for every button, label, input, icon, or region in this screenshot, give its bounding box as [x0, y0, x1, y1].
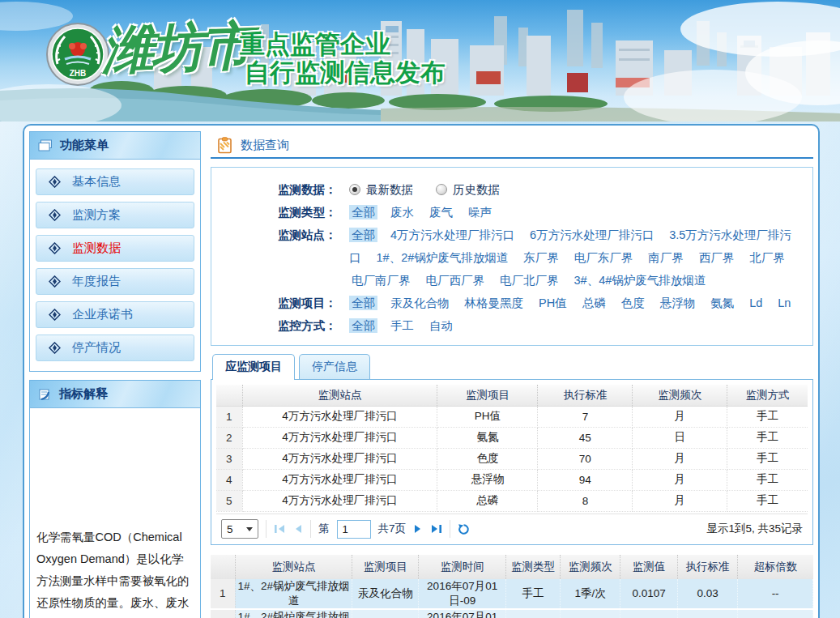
- table-cell: 7: [538, 406, 633, 427]
- filter-option[interactable]: 全部: [349, 318, 377, 333]
- page-word: 第: [318, 522, 330, 536]
- header-banner: ZHB 潍坊市 重点监管企业 自行监测信息发布: [0, 0, 840, 121]
- table-cell: 手工: [506, 579, 561, 609]
- filter-option[interactable]: 4万方污水处理厂排污口: [388, 228, 517, 242]
- pager-divider: [266, 520, 266, 538]
- filter-option[interactable]: Ln: [775, 296, 793, 310]
- row-number-cell: 1: [216, 406, 242, 427]
- radio-icon[interactable]: [349, 184, 360, 195]
- data-query-title: 数据查询: [241, 138, 289, 153]
- table-cell: PH值: [437, 406, 538, 427]
- sidebar-item-label: 停产情况: [72, 340, 121, 356]
- total-pages-label: 共7页: [378, 522, 407, 536]
- sidebar-item-annual-report[interactable]: 年度报告: [36, 268, 194, 295]
- filter-row-mode: 监控方式： 全部手工自动: [278, 314, 804, 337]
- indicator-header: 指标解释: [30, 381, 200, 408]
- filter-option[interactable]: 电厂北厂界: [497, 273, 561, 288]
- page-size-select[interactable]: 5: [221, 519, 258, 539]
- row-number-cell: 3: [216, 448, 242, 469]
- column-header: 监测项目: [352, 555, 419, 579]
- filter-option[interactable]: 3#、4#锅炉废气排放烟道: [572, 273, 709, 288]
- column-header: 监测频次: [633, 385, 727, 406]
- filter-option[interactable]: 氨氮: [708, 296, 736, 310]
- filter-option[interactable]: 全部: [349, 228, 377, 242]
- filter-option[interactable]: 电厂东厂界: [572, 250, 636, 265]
- filter-option[interactable]: 6万方污水处理厂排污口: [527, 228, 656, 242]
- filter-row-station: 监测站点： 全部4万方污水处理厂排污口6万方污水处理厂排污口3.5万方污水处理厂…: [278, 224, 804, 292]
- filter-option[interactable]: 汞及化合物: [388, 296, 452, 310]
- filter-option[interactable]: Ld: [747, 296, 765, 310]
- tab-monitor-items[interactable]: 应监测项目: [212, 354, 295, 380]
- sidebar-item-label: 监测方案: [72, 207, 121, 223]
- first-page-button[interactable]: [274, 524, 286, 534]
- sidebar-item-label: 基本信息: [72, 174, 121, 190]
- filter-option[interactable]: 电厂西厂界: [424, 273, 488, 288]
- filter-option[interactable]: 全部: [349, 296, 377, 310]
- tab-shutdown-info[interactable]: 停产信息: [299, 354, 370, 379]
- table-row: 11#、2#锅炉废气排放烟道汞及化合物2016年07月01日-09手工1季/次0…: [211, 579, 813, 609]
- radio-option[interactable]: 历史数据: [436, 183, 500, 196]
- sidebar-item-monitor-plan[interactable]: 监测方案: [36, 202, 194, 228]
- filter-row-data: 监测数据： 最新数据历史数据: [278, 178, 804, 201]
- monitor-items-table: 监测站点监测项目执行标准监测频次监测方式14万方污水处理厂排污口PH值7月手工2…: [216, 385, 808, 512]
- filter-label-mode: 监控方式：: [278, 314, 349, 337]
- table-cell: 氨氮: [437, 427, 538, 448]
- filter-option[interactable]: 自动: [427, 318, 455, 333]
- filter-option[interactable]: 电厂南厂界: [349, 273, 413, 288]
- filter-option[interactable]: 北厂界: [747, 250, 787, 265]
- table-row: 34万方污水处理厂排污口色度70月手工: [216, 448, 808, 469]
- filter-options-mode: 全部手工自动: [349, 314, 804, 337]
- filter-options-type: 全部废水废气噪声: [349, 201, 804, 224]
- column-header: 监测站点: [235, 555, 352, 579]
- filter-option[interactable]: 全部: [349, 205, 377, 219]
- filter-option[interactable]: 西厂界: [697, 250, 737, 265]
- filter-option[interactable]: 废水: [388, 205, 416, 219]
- table-cell: 手工: [727, 490, 808, 511]
- pagination-bar: 5 第 共7页: [216, 514, 808, 544]
- filter-options-item: 全部汞及化合物林格曼黑度PH值总磷色度悬浮物氨氮LdLn: [349, 292, 804, 314]
- sidebar-item-shutdown-status[interactable]: 停产情况: [36, 335, 194, 361]
- filter-option[interactable]: 色度: [619, 296, 647, 310]
- indicator-title: 指标解释: [59, 386, 108, 402]
- table-cell: 4万方污水处理厂排污口: [242, 427, 437, 448]
- svg-text:ZHB: ZHB: [70, 69, 87, 78]
- sidebar-item-basic-info[interactable]: 基本信息: [36, 168, 194, 195]
- filter-option[interactable]: 手工: [388, 318, 416, 333]
- sidebar-item-commitment-letter[interactable]: 企业承诺书: [36, 301, 194, 328]
- function-menu-panel: 功能菜单 基本信息监测方案监测数据年度报告企业承诺书停产情况: [29, 131, 201, 372]
- table-cell: 汞及化合物: [352, 579, 419, 609]
- filter-option[interactable]: 悬浮物: [658, 296, 698, 310]
- radio-option[interactable]: 最新数据: [349, 183, 413, 196]
- table-cell: 林格曼黑度: [352, 609, 419, 618]
- sidebar-item-monitor-data[interactable]: 监测数据: [36, 235, 194, 262]
- table-cell: 0.0107: [620, 579, 678, 609]
- filter-option[interactable]: 林格曼黑度: [463, 296, 527, 310]
- filter-option[interactable]: 废气: [427, 205, 455, 219]
- page-number-input[interactable]: [337, 520, 371, 539]
- filter-label-type: 监测类型：: [278, 201, 349, 224]
- next-page-button[interactable]: [413, 524, 423, 534]
- table-cell: 手工: [727, 406, 808, 427]
- column-header: 执行标准: [677, 555, 737, 579]
- diamond-arrow-icon: [49, 209, 61, 221]
- filter-option[interactable]: PH值: [536, 296, 569, 310]
- filter-label-data: 监测数据：: [278, 178, 349, 201]
- column-header: 监测频次: [560, 555, 620, 579]
- menu-list: 基本信息监测方案监测数据年度报告企业承诺书停产情况: [30, 160, 200, 371]
- column-header: 超标倍数: [738, 555, 813, 579]
- filter-option[interactable]: 1#、2#锅炉废气排放烟道: [374, 250, 511, 265]
- refresh-button[interactable]: [458, 523, 470, 535]
- last-page-button[interactable]: [430, 524, 442, 534]
- filter-option[interactable]: 东厂界: [521, 250, 561, 265]
- column-header: 执行标准: [538, 385, 633, 406]
- prev-page-button[interactable]: [293, 524, 303, 534]
- table-row: 54万方污水处理厂排污口总磷8月手工: [216, 490, 808, 511]
- row-number-header: [216, 385, 242, 406]
- table-cell: 45: [538, 427, 633, 448]
- table-cell: 4万方污水处理厂排污口: [242, 490, 437, 511]
- filter-option[interactable]: 噪声: [466, 205, 494, 219]
- filter-option[interactable]: 总磷: [580, 296, 608, 310]
- filter-option[interactable]: 南厂界: [646, 250, 686, 265]
- radio-icon[interactable]: [436, 184, 447, 195]
- row-number-cell: 2: [216, 427, 242, 448]
